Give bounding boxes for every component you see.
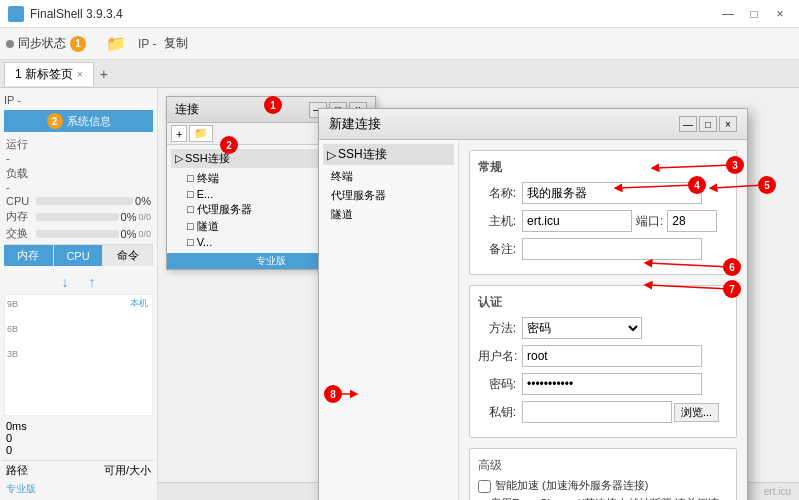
path-label: 路径 [6, 463, 28, 478]
user-label: 用户名: [478, 348, 516, 365]
net-val1: 0 [6, 432, 12, 444]
arrow-down-button[interactable]: ↓ [62, 274, 69, 290]
run-row: 运行 - [4, 136, 153, 165]
adv-item2-row: ✓ 启用Exec Channel(若连接上就被断开,请关闭该项,比如跳板机) [478, 496, 728, 500]
cpu-bar [36, 197, 133, 205]
auth-section: 认证 方法: 密码 用户名: 密码: [469, 285, 737, 438]
tab-close-icon[interactable]: × [77, 69, 83, 80]
path-header: 路径 可用/大小 [6, 463, 151, 478]
mem-bar [36, 213, 119, 221]
dialog-max-button[interactable]: □ [699, 116, 717, 132]
pass-input[interactable] [522, 373, 702, 395]
close-button[interactable]: × [769, 4, 791, 24]
user-input[interactable] [522, 345, 702, 367]
copy-label[interactable]: 复制 [164, 35, 188, 52]
name-input[interactable] [522, 182, 702, 204]
folder-icon[interactable]: 📁 [106, 34, 126, 53]
sync-label: 同步状态 [18, 35, 66, 52]
adv-item2-text: ✓ 启用Exec Channel(若连接上就被断开,请关闭该项,比如跳板机) [478, 496, 728, 500]
chart-arrow-controls: ↓ ↑ [2, 272, 155, 292]
chart-local-label: 本机 [130, 297, 148, 310]
chart-y-6b: 6B [7, 324, 18, 334]
swap-value: 0% [121, 228, 137, 240]
sync-status: 同步状态 1 [6, 35, 86, 52]
sys-info-label: 系统信息 [67, 114, 111, 129]
ssh-label: SSH连接 [185, 151, 230, 166]
run-label: 运行 - [6, 137, 34, 164]
main-area: IP - 2 系统信息 运行 - 负载 - CPU 0% 内存 [0, 88, 799, 500]
host-row: 主机: 端口: [478, 210, 728, 232]
badge-2: 2 [47, 113, 63, 129]
ert-watermark: ert.icu [764, 486, 791, 497]
cpu-chart: 本机 9B 6B 3B [4, 294, 153, 416]
ip-display: IP - [4, 92, 153, 108]
load-row: 负载 - [4, 165, 153, 194]
method-select[interactable]: 密码 [522, 317, 642, 339]
title-bar: FinalShell 3.9.3.4 — □ × [0, 0, 799, 28]
host-label: 主机: [478, 213, 516, 230]
name-label: 名称: [478, 185, 516, 202]
host-input[interactable] [522, 210, 632, 232]
mem-row: 内存 0% 0/0 [4, 208, 153, 225]
ssh-nav-label: SSH连接 [338, 146, 387, 163]
minimize-button[interactable]: — [717, 4, 739, 24]
badge-1: 1 [70, 36, 86, 52]
sys-info-button[interactable]: 2 系统信息 [4, 110, 153, 132]
annotation-5: 5 [758, 176, 776, 194]
remark-row: 备注: [478, 238, 728, 260]
toolbar: 同步状态 1 📁 IP - 复制 [0, 28, 799, 60]
dialog-left-nav: ▷ SSH连接 终端 代理服务器 隧道 [319, 140, 459, 500]
key-label: 私钥: [478, 404, 516, 421]
nav-proxy[interactable]: 代理服务器 [323, 186, 454, 205]
annotation-2: 2 [220, 136, 238, 154]
method-label: 方法: [478, 320, 516, 337]
tab-1[interactable]: 1 新标签页 × [4, 62, 94, 86]
dialog-close-button[interactable]: × [719, 116, 737, 132]
net-val2: 0 [6, 444, 12, 456]
cpu-value: 0% [135, 195, 151, 207]
net-row-2: 0 [6, 444, 151, 456]
adv-item1-row: 智能加速 (加速海外服务器连接) [478, 478, 728, 493]
annotation-6: 6 [723, 258, 741, 276]
tab-1-label: 1 新标签页 [15, 66, 73, 83]
net-section: 0ms 0 0 [2, 418, 155, 458]
pass-row: 密码: [478, 373, 728, 395]
tab-mem-button[interactable]: 内存 [4, 245, 54, 266]
annotation-3: 3 [726, 156, 744, 174]
tab-cpu-button[interactable]: CPU [54, 245, 104, 266]
sidebar-pro-label: 专业版 [2, 480, 155, 498]
sidebar-top: IP - 2 系统信息 运行 - 负载 - CPU 0% 内存 [0, 88, 157, 270]
net-row-1: 0 [6, 432, 151, 444]
pass-label: 密码: [478, 376, 516, 393]
browse-title-text: 连接 [175, 101, 199, 118]
nav-tunnel[interactable]: 隧道 [323, 205, 454, 224]
dialog-min-button[interactable]: — [679, 116, 697, 132]
browse-folder-btn[interactable]: 📁 [189, 125, 213, 142]
browse-new-btn[interactable]: + [171, 125, 187, 142]
advanced-title: 高级 [478, 457, 728, 474]
swap-row: 交换 0% 0/0 [4, 225, 153, 242]
sidebar: IP - 2 系统信息 运行 - 负载 - CPU 0% 内存 [0, 88, 158, 500]
cpu-row: CPU 0% [4, 194, 153, 208]
ssh-nav-collapse: ▷ [327, 148, 336, 162]
content-area: 连接 — □ × + 📁 ▷ SSH连接 □ 终端 □ E... □ 代理服务器 [158, 88, 799, 500]
arrow-up-button[interactable]: ↑ [89, 274, 96, 290]
tab-add-button[interactable]: + [94, 66, 114, 82]
dialog-body: ▷ SSH连接 终端 代理服务器 隧道 常规 名称: [319, 140, 747, 500]
maximize-button[interactable]: □ [743, 4, 765, 24]
annotation-4: 4 [688, 176, 706, 194]
ssh-collapse-icon: ▷ [175, 152, 183, 165]
browse-file-button[interactable]: 浏览... [674, 403, 719, 422]
annotation-1: 1 [264, 96, 282, 114]
dialog-right-form: 常规 名称: 主机: 端口: 备注: [459, 140, 747, 500]
tab-cmd-button[interactable]: 命令 [103, 245, 153, 266]
adv-item1-text: 智能加速 (加速海外服务器连接) [495, 478, 648, 493]
nav-terminal[interactable]: 终端 [323, 167, 454, 186]
dialog-title-controls: — □ × [679, 116, 737, 132]
key-input[interactable] [522, 401, 672, 423]
remark-input[interactable] [522, 238, 702, 260]
swap-label: 交换 [6, 226, 34, 241]
port-input[interactable] [667, 210, 717, 232]
ssh-nav-section[interactable]: ▷ SSH连接 [323, 144, 454, 165]
adv-checkbox-1[interactable] [478, 480, 491, 493]
